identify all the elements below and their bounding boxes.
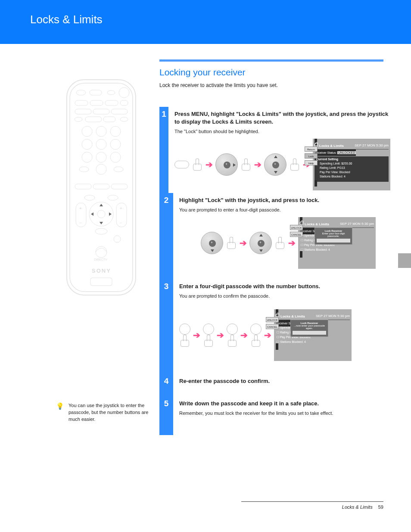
popup-title: Lock Receiver (301, 322, 318, 324)
arrow-icon: ➔ (206, 159, 213, 170)
shot-header: Locks & Limits (305, 222, 329, 226)
step-3: 3 Enter a four-digit passcode with the n… (159, 279, 396, 374)
hand-icon (179, 335, 190, 347)
svg-point-27 (79, 167, 89, 172)
arrow-icon: ➔ (217, 330, 224, 340)
hand-icon (289, 159, 300, 171)
svg-rect-10 (75, 109, 91, 114)
svg-text:+: + (100, 212, 102, 217)
screenshot-locks-limits: Locks & LimitsSEP 27 MON 5:30 pm Receive… (313, 139, 390, 190)
joystick-down-icon (201, 232, 223, 254)
tip-text: You can use the joystick to enter the pa… (68, 402, 155, 423)
svg-rect-29 (75, 184, 91, 189)
shot-time: SEP 27 MON 5:30 pm (340, 222, 374, 226)
svg-point-48 (114, 236, 121, 243)
shot-unlock-button: UNLOCK (290, 225, 303, 230)
footer-title: Locks & Limits (342, 504, 373, 510)
hand-icon (227, 335, 238, 347)
popup-prompt: ...now enter your passcode again. (293, 324, 326, 330)
screenshot-passcode-prompt: Locks & LimitsSEP 27 MON 5:30 pm Receive… (298, 217, 376, 269)
svg-point-21 (96, 139, 106, 149)
arrow-icon: ➔ (193, 330, 200, 340)
step-2: 2 Highlight "Lock" with the joystick, an… (159, 193, 396, 279)
svg-rect-6 (75, 100, 88, 106)
svg-point-33 (108, 195, 118, 200)
svg-point-26 (96, 164, 106, 174)
accent-bar (159, 59, 383, 62)
joystick-press-icon (249, 232, 272, 254)
svg-point-25 (110, 152, 121, 162)
svg-point-32 (84, 195, 95, 200)
receiver-status-row: Receiver Status: UNLOCKED (314, 151, 356, 154)
svg-rect-9 (120, 100, 128, 106)
step-1: 1 Press MENU, highlight "Locks & Limits"… (159, 107, 396, 193)
number-button-icon (250, 324, 262, 335)
passcode-popup: Lock Receiver ...now enter your passcode… (290, 320, 328, 337)
svg-point-13 (75, 117, 82, 121)
step-number: 3 (159, 279, 173, 374)
setting-row: Pay Per View: Blocked (320, 171, 387, 174)
step-flow: ➔ ➔ ➔ ➔ Locks & LimitsSEP 27 MON 5:30 pm… (179, 309, 390, 361)
hand-icon (240, 159, 252, 171)
svg-point-17 (82, 126, 92, 137)
current-setting-label: Current Setting (316, 158, 387, 161)
svg-rect-8 (105, 100, 118, 106)
svg-point-23 (82, 152, 92, 162)
chapter-banner: Locks & Limits (0, 0, 411, 44)
svg-rect-51 (90, 278, 112, 286)
setting-row: Stations Blocked: 4 (320, 175, 387, 178)
svg-point-24 (96, 152, 106, 162)
hand-icon (226, 237, 237, 249)
hand-icon (192, 159, 203, 171)
step-title: Press MENU, highlight "Locks & Limits" w… (174, 110, 390, 126)
setting-row: Spending Limit: $255.00 (320, 162, 387, 165)
shot-lock-button: Lock (305, 153, 318, 159)
svg-rect-31 (111, 184, 128, 189)
svg-point-14 (120, 117, 128, 121)
shot-header: Locks & Limits (280, 314, 305, 318)
svg-point-18 (96, 126, 106, 137)
svg-rect-11 (93, 109, 109, 114)
arrow-icon: ➔ (240, 238, 247, 248)
shot-cancel-button: CANCEL (266, 324, 279, 329)
svg-point-19 (110, 126, 121, 137)
menu-button-icon (174, 161, 189, 168)
step-title: Write down the passcode and keep it in a… (179, 400, 390, 408)
screenshot-passcode-confirm: Locks & LimitsSEP 27 MON 5:30 pm Receive… (274, 309, 352, 361)
svg-point-5 (119, 87, 129, 98)
shot-unlock-button: UNLOCK (266, 317, 279, 322)
hand-icon (250, 335, 262, 347)
section-subtitle: Locking your receiver (159, 67, 246, 78)
step-title: Enter a four-digit passcode with the num… (179, 283, 390, 290)
step-4: 4 Re-enter the passcode to confirm. (159, 374, 396, 396)
page-footer: Locks & Limits 59 (241, 501, 383, 510)
svg-rect-15 (85, 117, 102, 122)
number-button-icon (227, 324, 238, 335)
step-5: 5 Write down the passcode and keep it in… (159, 396, 396, 435)
step-flow: ➔ ➔ ➔ Locks & LimitsSEP 27 MON 5:30 pm R… (174, 139, 390, 190)
svg-point-47 (95, 228, 107, 234)
arrow-icon: ➔ (240, 330, 248, 340)
step-title: Highlight "Lock" with the joystick, and … (179, 196, 390, 204)
svg-rect-3 (90, 90, 102, 95)
svg-point-20 (82, 139, 92, 149)
remote-illustration: + − + − + DIRECTV SONY (60, 75, 142, 299)
arrow-icon: ➔ (288, 238, 296, 248)
number-button-icon (203, 324, 214, 335)
svg-point-4 (107, 90, 115, 95)
intro-text: Lock the receiver to activate the limits… (159, 82, 388, 89)
svg-rect-7 (90, 100, 103, 106)
svg-rect-12 (111, 109, 128, 114)
step-flow: ➔ ➔ Locks & LimitsSEP 27 MON 5:30 pm Rec… (201, 217, 390, 269)
step-sub: You are prompted to confirm the passcode… (179, 293, 390, 299)
step-number: 2 (159, 193, 173, 279)
arrow-icon: ➔ (254, 159, 262, 170)
step-title: Re-enter the passcode to confirm. (179, 377, 390, 385)
setting-row: Stations Blocked: 4 (280, 340, 306, 343)
step-sub: The "Lock" button should be highlighted. (174, 128, 390, 135)
svg-point-22 (110, 139, 121, 149)
svg-text:DIRECTV: DIRECTV (94, 258, 107, 261)
svg-point-2 (76, 90, 86, 95)
step-note: Remember, you must lock the receiver for… (179, 410, 390, 417)
hand-icon (274, 237, 286, 249)
